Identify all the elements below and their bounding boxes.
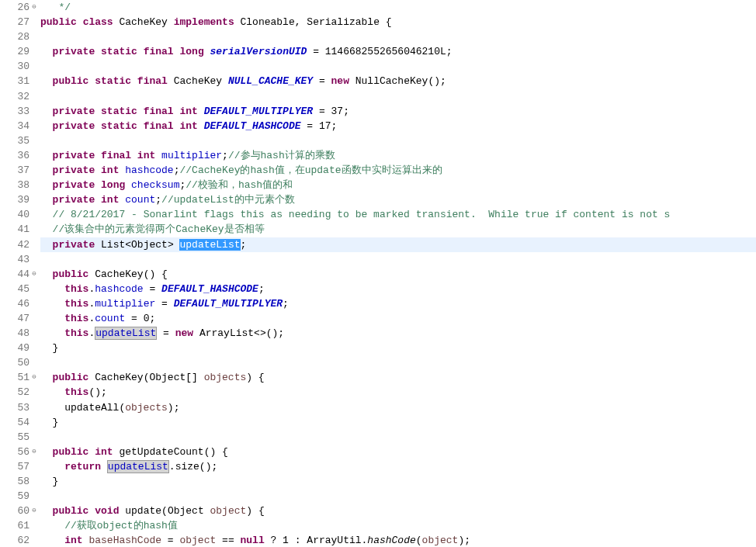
fold-marker <box>31 163 37 178</box>
line-number: 48 <box>0 326 31 341</box>
line-number: 55 <box>0 430 31 445</box>
code-line[interactable]: private int hashcode;//CacheKey的hash值，在u… <box>40 163 756 178</box>
fold-marker <box>31 355 37 370</box>
fold-marker <box>31 341 37 355</box>
code-line[interactable]: updateAll(objects); <box>40 400 756 415</box>
fold-marker <box>31 296 37 311</box>
line-number: 52 <box>0 385 31 400</box>
line-number: 38 <box>0 178 31 192</box>
line-number: 51 <box>0 370 31 385</box>
code-line[interactable]: public static final CacheKey NULL_CACHE_… <box>40 74 756 88</box>
code-line[interactable] <box>40 29 756 44</box>
code-line[interactable]: private List<Object> updateList; <box>40 237 756 252</box>
fold-marker <box>31 119 37 133</box>
code-line[interactable]: } <box>40 474 756 489</box>
fold-marker <box>31 415 37 430</box>
line-number: 28 <box>0 29 31 44</box>
line-number: 26 <box>0 0 31 15</box>
code-line[interactable]: private long checksum;//校验和，hash值的和 <box>40 178 756 192</box>
code-line[interactable]: private final int multiplier;//参与hash计算的… <box>40 148 756 163</box>
fold-marker <box>31 15 37 29</box>
fold-marker <box>31 252 37 267</box>
fold-marker <box>31 237 37 252</box>
code-line[interactable]: private static final int DEFAULT_MULTIPL… <box>40 104 756 119</box>
fold-marker <box>31 222 37 237</box>
fold-marker <box>31 133 37 148</box>
line-number: 60 <box>0 504 31 518</box>
code-line[interactable] <box>40 59 756 74</box>
fold-marker <box>31 430 37 445</box>
code-line[interactable]: } <box>40 341 756 355</box>
fold-marker[interactable]: ⊖ <box>31 267 37 282</box>
line-number: 32 <box>0 89 31 104</box>
code-line[interactable] <box>40 355 756 370</box>
fold-marker <box>31 311 37 326</box>
line-number: 36 <box>0 148 31 163</box>
code-line[interactable]: //该集合中的元素觉得两个CacheKey是否相等 <box>40 222 756 237</box>
code-line[interactable]: this.updateList = new ArrayList<>(); <box>40 326 756 341</box>
fold-marker <box>31 59 37 74</box>
fold-marker[interactable]: ⊖ <box>31 504 37 518</box>
code-line[interactable]: private static final int DEFAULT_HASHCOD… <box>40 119 756 133</box>
code-line[interactable]: } <box>40 415 756 430</box>
line-number: 56 <box>0 445 31 459</box>
fold-marker <box>31 282 37 296</box>
fold-markers-gutter: ⊖⊖⊖⊖⊖ <box>31 0 37 547</box>
fold-marker <box>31 533 37 547</box>
line-number-gutter: 2627282930313233343536373839404142434445… <box>0 0 31 547</box>
code-line[interactable]: public CacheKey(Object[] objects) { <box>40 370 756 385</box>
fold-marker <box>31 104 37 119</box>
line-number: 54 <box>0 415 31 430</box>
code-line[interactable]: */ <box>40 0 756 15</box>
code-line[interactable]: public int getUpdateCount() { <box>40 445 756 459</box>
line-number: 45 <box>0 282 31 296</box>
code-area[interactable]: */public class CacheKey implements Clone… <box>37 0 756 547</box>
line-number: 49 <box>0 341 31 355</box>
fold-marker[interactable]: ⊖ <box>31 0 37 15</box>
code-line[interactable]: public void update(Object object) { <box>40 504 756 518</box>
code-line[interactable]: this.multiplier = DEFAULT_MULTIPLYER; <box>40 296 756 311</box>
line-number: 50 <box>0 355 31 370</box>
line-number: 43 <box>0 252 31 267</box>
code-line[interactable] <box>40 430 756 445</box>
code-line[interactable]: private static final long serialVersionU… <box>40 44 756 59</box>
line-number: 59 <box>0 489 31 504</box>
code-line[interactable] <box>40 252 756 267</box>
fold-marker <box>31 148 37 163</box>
line-number: 34 <box>0 119 31 133</box>
fold-marker <box>31 459 37 474</box>
fold-marker <box>31 518 37 533</box>
line-number: 46 <box>0 296 31 311</box>
line-number: 44 <box>0 267 31 282</box>
fold-marker <box>31 474 37 489</box>
line-number: 30 <box>0 59 31 74</box>
code-line[interactable] <box>40 133 756 148</box>
line-number: 37 <box>0 163 31 178</box>
line-number: 53 <box>0 400 31 415</box>
code-line[interactable]: private int count;//updateList的中元素个数 <box>40 192 756 207</box>
code-line[interactable]: public CacheKey() { <box>40 267 756 282</box>
code-line[interactable]: this.count = 0; <box>40 311 756 326</box>
code-line[interactable]: return updateList.size(); <box>40 459 756 474</box>
fold-marker <box>31 89 37 104</box>
code-line[interactable]: // 8/21/2017 - Sonarlint flags this as n… <box>40 207 756 222</box>
code-line[interactable]: this(); <box>40 385 756 400</box>
code-line[interactable] <box>40 489 756 504</box>
line-number: 31 <box>0 74 31 88</box>
code-line[interactable] <box>40 89 756 104</box>
code-line[interactable]: //获取object的hash值 <box>40 518 756 533</box>
line-number: 33 <box>0 104 31 119</box>
fold-marker <box>31 207 37 222</box>
code-line[interactable]: public class CacheKey implements Cloneab… <box>40 15 756 29</box>
code-editor[interactable]: 2627282930313233343536373839404142434445… <box>0 0 756 547</box>
line-number: 61 <box>0 518 31 533</box>
code-line[interactable]: int baseHashCode = object == null ? 1 : … <box>40 533 756 547</box>
fold-marker[interactable]: ⊖ <box>31 445 37 459</box>
fold-marker <box>31 192 37 207</box>
line-number: 58 <box>0 474 31 489</box>
fold-marker <box>31 178 37 192</box>
code-line[interactable]: this.hashcode = DEFAULT_HASHCODE; <box>40 282 756 296</box>
fold-marker <box>31 489 37 504</box>
fold-marker[interactable]: ⊖ <box>31 370 37 385</box>
line-number: 35 <box>0 133 31 148</box>
